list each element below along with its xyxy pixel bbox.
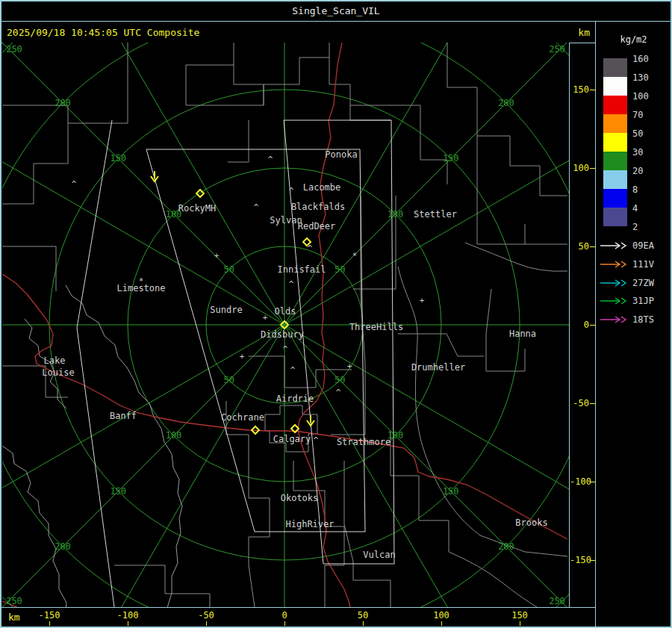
county-boundary xyxy=(2,246,56,291)
city-label: RockyMH xyxy=(178,203,217,214)
x-axis-label: -100 xyxy=(117,610,139,621)
radar-arrow-icon xyxy=(600,296,628,305)
bottom-distance-axis: km -150-100-50050100150 xyxy=(2,607,570,626)
header-row: 2025/09/18 10:45:05 UTC Composite km xyxy=(0,21,595,43)
frame-left xyxy=(0,0,1,628)
city-label: Sundre xyxy=(210,305,242,315)
y-axis-tick xyxy=(590,403,595,404)
x-axis-tick xyxy=(441,621,442,626)
town-marker: + xyxy=(214,251,220,261)
radar-id-label: 31JP xyxy=(632,296,654,306)
range-ring-label: 100 xyxy=(166,430,182,441)
range-ring-label: 200 xyxy=(55,98,71,108)
city-label: Lake xyxy=(44,355,66,366)
range-ring-label: 250 xyxy=(549,44,565,55)
county-boundary xyxy=(2,123,68,204)
county-boundary xyxy=(228,120,249,162)
range-ring-label: 50 xyxy=(335,375,345,385)
radar-arrow-icon xyxy=(600,240,628,250)
town-marker: ^ xyxy=(283,344,288,354)
city-label: HighRiver xyxy=(285,519,334,529)
colorbar-value: 2 xyxy=(632,222,662,232)
city-label: Olds xyxy=(275,306,296,317)
town-marker: + xyxy=(263,313,268,323)
colorbar-swatch xyxy=(603,208,627,226)
city-label: Ponoka xyxy=(325,149,357,160)
range-ring-label: 250 xyxy=(549,596,565,606)
town-marker: ^ xyxy=(254,202,259,212)
colorbar-value: 100 xyxy=(632,91,662,102)
radar-arrow-icon xyxy=(600,314,628,324)
city-label: Vulcan xyxy=(363,550,395,560)
county-boundary xyxy=(264,57,420,105)
town-marker: ^ xyxy=(290,365,296,375)
radar-legend-row: 18TS xyxy=(595,314,672,325)
town-marker: ^ xyxy=(268,155,273,164)
radar-map-canvas[interactable]: 5010015020025050100150200250501001502002… xyxy=(2,43,569,607)
y-axis-tick xyxy=(590,560,595,561)
range-ring-label: 150 xyxy=(443,153,459,164)
city-label: Didsbury xyxy=(261,329,304,340)
city-label: Banff xyxy=(110,411,137,421)
range-ring-label: 250 xyxy=(6,44,22,55)
range-ring-label: 200 xyxy=(498,98,514,108)
colorbar-value: 30 xyxy=(632,147,662,158)
x-axis-label: 100 xyxy=(433,610,449,621)
x-axis-tick xyxy=(206,621,207,626)
colorbar-swatch xyxy=(603,189,627,208)
y-axis-tick xyxy=(590,90,595,90)
city-label: Louise xyxy=(42,367,74,378)
range-ring-label: 200 xyxy=(498,541,514,552)
radar-legend-row: 27ZW xyxy=(595,278,672,288)
city-label: ThreeHills xyxy=(349,322,403,332)
county-boundary xyxy=(391,431,449,552)
x-axis-tick xyxy=(49,621,50,626)
county-boundary xyxy=(344,461,391,607)
colorbar-value: 70 xyxy=(632,110,662,120)
y-axis-label: 150 xyxy=(570,84,589,95)
colorbar-swatch xyxy=(603,114,627,133)
radar-app-window: Single_Scan_VIL 2025/09/18 10:45:05 UTC … xyxy=(0,0,672,628)
x-axis-label: -50 xyxy=(198,610,214,621)
county-boundary xyxy=(293,461,344,607)
y-axis-tick xyxy=(590,482,595,482)
city-label: Okotoks xyxy=(281,493,319,503)
range-ring-label: 50 xyxy=(335,264,345,275)
terrain-line xyxy=(2,446,71,607)
colorbar-value: 50 xyxy=(632,128,662,139)
county-boundary xyxy=(398,267,567,556)
city-label: Drumheller xyxy=(411,362,465,373)
radar-id-label: 27ZW xyxy=(632,278,654,288)
town-marker: ^ xyxy=(314,435,319,445)
range-ring-label: 50 xyxy=(224,375,234,385)
city-label: Brooks xyxy=(515,517,547,528)
colorbar-swatch xyxy=(603,96,627,114)
right-distance-axis: 150100500-50-100-150 xyxy=(570,43,595,607)
county-boundary xyxy=(420,105,447,184)
radar-coverage-outline xyxy=(77,120,114,607)
colorbar-swatch xyxy=(603,58,627,77)
town-marker: ^ xyxy=(289,186,294,196)
frame-top xyxy=(0,0,672,1)
city-label: Innisfail xyxy=(277,264,326,275)
radar-legend-row: 09EA xyxy=(595,240,672,251)
colorbar-value: 20 xyxy=(632,166,662,176)
radar-legend-row: 111V xyxy=(595,259,672,270)
town-marker: ^ xyxy=(72,179,77,189)
colorbar-swatch xyxy=(603,133,627,152)
colorbar-value: 160 xyxy=(632,54,662,64)
county-boundary xyxy=(350,105,391,120)
city-label: Lacombe xyxy=(303,182,341,193)
x-axis-label: 150 xyxy=(511,610,528,621)
colorbar-value: 4 xyxy=(632,203,662,214)
radar-arrow-icon xyxy=(600,278,628,287)
radar-arrow-icon xyxy=(600,259,628,269)
range-ring-label: 150 xyxy=(110,486,126,497)
y-axis-label: 0 xyxy=(570,320,589,330)
town-marker: * xyxy=(352,251,358,261)
colorbar-unit: kg/m2 xyxy=(595,34,672,45)
county-boundary xyxy=(465,243,567,271)
colorbar-value: 8 xyxy=(632,184,662,195)
y-axis-tick xyxy=(590,325,595,326)
town-marker: + xyxy=(347,361,352,371)
